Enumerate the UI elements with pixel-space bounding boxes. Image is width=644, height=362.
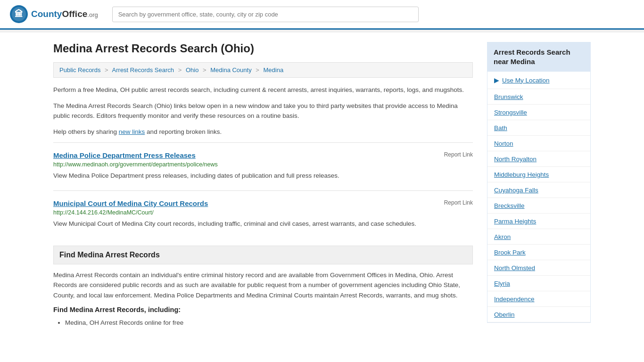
sidebar-item-brook-park[interactable]: Brook Park [487,245,590,260]
main-container: Medina Arrest Records Search (Ohio) Publ… [44,33,600,338]
desc3-prefix: Help others by sharing [53,128,119,135]
cuyahoga-falls-link[interactable]: Cuyahoga Falls [494,187,538,194]
strongsville-link[interactable]: Strongsville [494,109,527,116]
brook-park-link[interactable]: Brook Park [494,249,526,256]
sidebar-item-norton[interactable]: Norton [487,136,590,151]
sidebar-item-brunswick[interactable]: Brunswick [487,89,590,105]
logo-org: .org [87,11,98,18]
sidebar-item-bath[interactable]: Bath [487,120,590,136]
description-2: The Medina Arrest Records Search (Ohio) … [53,101,473,121]
sidebar-title: Arrest Records Search near Medina [487,42,591,72]
new-links-link[interactable]: new links [119,128,145,135]
north-royalton-link[interactable]: North Royalton [494,156,537,163]
record-header-2: Municipal Court of Medina City Court Rec… [53,199,473,207]
sidebar-item-brecksville[interactable]: Brecksville [487,198,590,214]
akron-link[interactable]: Akron [494,233,511,240]
record-entry-2: Municipal Court of Medina City Court Rec… [53,190,473,236]
bath-link[interactable]: Bath [494,124,507,132]
record-url-1[interactable]: http://www.medinaoh.org/government/depar… [53,161,473,168]
norton-link[interactable]: Norton [494,140,513,147]
sidebar-list: ▶ Use My Location Brunswick Strongsville… [487,72,591,323]
sidebar: Arrest Records Search near Medina ▶ Use … [487,42,591,329]
description-1: Perform a free Medina, OH public arrest … [53,85,473,95]
record-desc-1: View Medina Police Department press rele… [53,171,473,181]
middleburg-heights-link[interactable]: Middleburg Heights [494,171,549,178]
parma-heights-link[interactable]: Parma Heights [494,218,536,225]
oberlin-link[interactable]: Oberlin [494,311,515,318]
list-item: Medina, OH Arrest Records online for fre… [65,317,473,329]
report-link-2[interactable]: Report Link [444,199,473,206]
elyria-link[interactable]: Elyria [494,280,510,287]
use-my-location-link[interactable]: Use My Location [502,77,550,84]
search-bar[interactable] [112,7,419,22]
record-header-1: Medina Police Department Press Releases … [53,151,473,159]
bullet-list: Medina, OH Arrest Records online for fre… [53,317,473,329]
logo-icon: 🏛 [9,5,28,24]
sidebar-use-location[interactable]: ▶ Use My Location [487,72,590,89]
sidebar-item-elyria[interactable]: Elyria [487,276,590,291]
sidebar-item-middleburg-heights[interactable]: Middleburg Heights [487,167,590,182]
description-3: Help others by sharing new links and rep… [53,127,473,137]
breadcrumb-public-records[interactable]: Public Records [59,66,100,74]
sidebar-item-parma-heights[interactable]: Parma Heights [487,214,590,229]
breadcrumb-sep-3: > [203,66,206,74]
breadcrumb-medina[interactable]: Medina [264,66,284,74]
breadcrumb: Public Records > Arrest Records Search >… [53,62,473,78]
sub-header: Find Medina Arrest Records, including: [53,306,473,313]
location-icon: ▶ [494,76,499,84]
page-title: Medina Arrest Records Search (Ohio) [53,42,473,55]
breadcrumb-sep-4: > [256,66,259,74]
desc3-suffix: and reporting broken links. [145,128,222,135]
section-body: Medina Arrest Records contain an individ… [53,270,473,301]
record-desc-2: View Municipal Court of Medina City cour… [53,219,473,229]
search-input[interactable] [112,7,419,22]
breadcrumb-sep-1: > [105,66,108,74]
brecksville-link[interactable]: Brecksville [494,202,525,209]
record-title-1[interactable]: Medina Police Department Press Releases [53,151,196,159]
breadcrumb-ohio[interactable]: Ohio [186,66,198,74]
record-entry-1: Medina Police Department Press Releases … [53,142,473,188]
sidebar-item-akron[interactable]: Akron [487,229,590,245]
record-url-2[interactable]: http://24.144.216.42/MedinaMC/Court/ [53,209,473,216]
sidebar-item-north-royalton[interactable]: North Royalton [487,151,590,167]
section-header: Find Medina Arrest Records [53,246,473,264]
independence-link[interactable]: Independence [494,296,535,303]
content-area: Medina Arrest Records Search (Ohio) Publ… [53,42,473,329]
logo[interactable]: 🏛 CountyOffice.org [9,5,98,24]
breadcrumb-arrest-records-search[interactable]: Arrest Records Search [112,66,174,74]
sidebar-item-oberlin[interactable]: Oberlin [487,307,590,322]
breadcrumb-medina-county[interactable]: Medina County [210,66,251,74]
sidebar-item-strongsville[interactable]: Strongsville [487,105,590,120]
sidebar-item-north-olmsted[interactable]: North Olmsted [487,260,590,276]
breadcrumb-sep-2: > [178,66,182,74]
report-link-1[interactable]: Report Link [444,151,473,158]
north-olmsted-link[interactable]: North Olmsted [494,264,535,272]
record-title-2[interactable]: Municipal Court of Medina City Court Rec… [53,199,208,207]
logo-county: County [31,9,62,19]
sidebar-item-independence[interactable]: Independence [487,291,590,307]
logo-office: Office [62,9,87,19]
brunswick-link[interactable]: Brunswick [494,93,523,100]
svg-text:🏛: 🏛 [15,9,23,19]
sidebar-item-cuyahoga-falls[interactable]: Cuyahoga Falls [487,182,590,198]
site-header: 🏛 CountyOffice.org [0,0,644,30]
